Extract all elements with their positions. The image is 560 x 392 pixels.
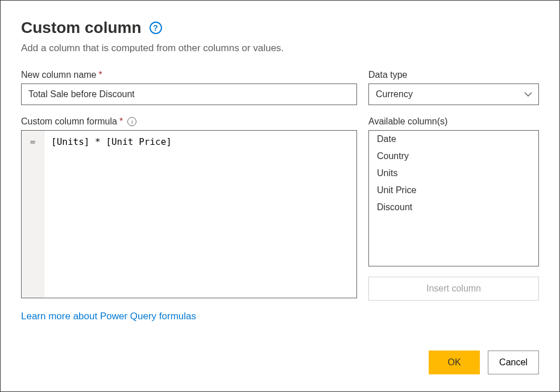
available-columns-label: Available column(s) [368, 116, 539, 127]
title-row: Custom column ? [21, 19, 539, 37]
help-icon[interactable]: ? [150, 22, 162, 34]
available-columns-list: Date Country Units Unit Price Discount [368, 130, 539, 266]
learn-more-link[interactable]: Learn more about Power Query formulas [21, 311, 196, 322]
list-item[interactable]: Units [369, 165, 538, 182]
formula-input[interactable] [44, 131, 356, 298]
dialog-subtitle: Add a column that is computed from other… [21, 43, 539, 54]
formula-gutter: = [22, 131, 44, 298]
required-asterisk: * [99, 70, 102, 80]
required-asterisk: * [119, 116, 123, 127]
data-type-label: Data type [368, 70, 539, 80]
list-item[interactable]: Unit Price [369, 182, 538, 199]
cancel-button[interactable]: Cancel [488, 351, 539, 374]
new-column-name-label-text: New column name [21, 70, 97, 80]
list-item[interactable]: Country [369, 148, 538, 165]
dialog-title: Custom column [21, 19, 142, 37]
form-row-bottom: Custom column formula * i = Learn more a… [21, 116, 539, 322]
custom-column-dialog: Custom column ? Add a column that is com… [0, 0, 560, 392]
formula-editor[interactable]: = [21, 130, 357, 298]
formula-label: Custom column formula * i [21, 116, 357, 127]
new-column-name-label: New column name * [21, 70, 357, 80]
new-column-name-input[interactable] [21, 84, 357, 105]
insert-column-button[interactable]: Insert column [368, 277, 539, 301]
list-item[interactable]: Date [369, 131, 538, 148]
data-type-select[interactable] [368, 84, 539, 105]
formula-label-text: Custom column formula [21, 116, 117, 127]
list-item[interactable]: Discount [369, 199, 538, 216]
ok-button[interactable]: OK [429, 351, 480, 374]
info-icon[interactable]: i [127, 117, 136, 126]
form-row-top: New column name * Data type [21, 70, 539, 105]
dialog-buttons: OK Cancel [429, 351, 539, 374]
